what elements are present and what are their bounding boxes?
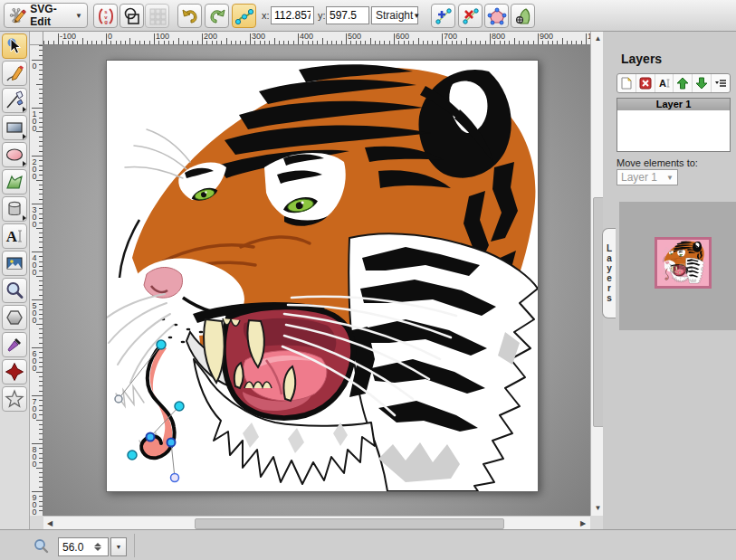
dropdown-arrow-icon: ▼ <box>116 544 122 550</box>
pencil-tool[interactable] <box>2 61 27 86</box>
eyedropper-icon <box>5 335 24 355</box>
grid-button[interactable] <box>145 4 169 28</box>
control-handle[interactable] <box>171 474 179 482</box>
layer-buttons-bar: A <box>617 73 731 93</box>
ruler-left: 0100200300400500600700800900 <box>30 45 43 516</box>
ruler-top: -10001002003004005006007008009001000 <box>43 32 590 45</box>
layers-panel: Layers A <box>603 32 736 529</box>
svg-text:A: A <box>659 78 666 89</box>
pencil-icon <box>5 63 24 83</box>
drawing-thumbnail <box>655 237 712 289</box>
path-node-selected[interactable] <box>128 451 137 460</box>
x-coordinate-input[interactable] <box>271 6 314 24</box>
grid-icon <box>148 6 167 26</box>
shape-library-tool[interactable] <box>2 196 27 222</box>
segment-type-select[interactable]: Straight ▼ <box>371 6 418 24</box>
select-tool[interactable] <box>2 33 27 59</box>
spinner-down-icon[interactable] <box>94 547 101 551</box>
star-icon <box>5 389 24 409</box>
zoom-magnifier-icon <box>33 538 49 554</box>
star-burst-tool[interactable] <box>2 359 27 384</box>
path-tool[interactable] <box>2 169 27 195</box>
delete-node-button[interactable] <box>458 4 483 28</box>
y-coordinate-input[interactable] <box>326 6 369 24</box>
zoom-preset-dropdown[interactable]: ▼ <box>110 537 127 556</box>
redo-button[interactable] <box>205 4 229 28</box>
ruler-corner <box>30 32 43 45</box>
move-layer-up-button[interactable] <box>674 74 693 92</box>
horizontal-scrollbar[interactable]: ◀ ▶ <box>43 516 590 529</box>
add-node-button[interactable] <box>431 4 455 28</box>
image-icon <box>5 253 24 273</box>
tiger-drawing[interactable] <box>107 64 538 491</box>
add-node-icon <box>434 6 454 26</box>
delete-layer-button[interactable] <box>636 74 655 92</box>
line-pen-icon <box>5 90 24 110</box>
zoom-tool[interactable] <box>2 278 27 303</box>
rename-layer-button[interactable]: A <box>655 74 674 92</box>
app-name: SVG-Edit <box>30 3 72 28</box>
layer-more-options-button[interactable] <box>712 74 730 92</box>
control-handle[interactable] <box>115 395 122 403</box>
thumbnail-drawing <box>657 240 709 286</box>
move-elements-dropdown[interactable]: Layer 1 ▼ <box>617 169 678 185</box>
delete-node-icon <box>461 6 481 26</box>
text-icon: A <box>5 226 24 246</box>
link-control-points-button[interactable] <box>511 4 535 28</box>
layer-down-icon <box>695 77 708 90</box>
segment-type-value: Straight <box>376 9 413 22</box>
scroll-right-button[interactable]: ▶ <box>577 517 589 529</box>
move-layer-down-button[interactable] <box>693 74 712 92</box>
open-path-button[interactable] <box>484 4 509 28</box>
menu-arrow-icon: ▼ <box>75 12 82 20</box>
zoom-spinner[interactable] <box>83 543 108 551</box>
path-node[interactable] <box>167 439 176 447</box>
x-coordinate-label: x: <box>262 10 270 21</box>
move-target-value: Layer 1 <box>621 171 657 184</box>
scroll-left-button[interactable]: ◀ <box>43 517 56 529</box>
line-tool[interactable] <box>2 88 27 113</box>
star-tool[interactable] <box>2 386 27 412</box>
polygon-tool[interactable] <box>2 305 27 330</box>
ellipse-icon <box>5 145 24 165</box>
path-node-selected[interactable] <box>157 340 166 349</box>
eyedropper-tool[interactable] <box>2 332 27 357</box>
dropdown-arrow-icon: ▼ <box>666 174 674 182</box>
text-tool[interactable]: A <box>2 223 27 249</box>
rect-tool[interactable] <box>2 115 27 140</box>
rectangle-icon <box>5 118 24 138</box>
path-node[interactable] <box>147 433 155 441</box>
move-elements-label: Move elements to: <box>617 157 698 168</box>
image-tool[interactable] <box>2 251 27 276</box>
select-arrow-icon: ▼ <box>413 12 420 20</box>
new-layer-button[interactable] <box>617 74 636 92</box>
open-path-icon <box>487 6 507 26</box>
spinner-up-icon[interactable] <box>94 543 101 546</box>
main-menu-button[interactable]: SVG-Edit ▼ <box>4 3 88 28</box>
layers-side-tab[interactable]: Layers <box>602 228 616 318</box>
zoom-level-input[interactable]: 56.0 <box>58 537 109 556</box>
undo-icon <box>180 6 200 26</box>
path-edit-mode-button[interactable] <box>232 4 256 28</box>
statusbar-separator <box>134 534 135 557</box>
workspace[interactable] <box>43 45 590 516</box>
shapes-outline-icon <box>122 6 142 26</box>
path-node-selected[interactable] <box>175 402 184 411</box>
drawing[interactable] <box>107 61 538 491</box>
layer-menu-icon <box>714 77 727 90</box>
preview-panel <box>619 202 736 330</box>
tools-palette: A <box>0 32 30 560</box>
source-code-icon: s v g <box>96 6 116 26</box>
undo-button[interactable] <box>177 4 202 28</box>
layer-row[interactable]: Layer 1 <box>617 99 730 110</box>
edit-source-button[interactable]: s v g <box>93 4 118 28</box>
layers-panel-title: Layers <box>621 52 662 66</box>
select-cursor-icon <box>5 36 24 56</box>
horizontal-scroll-thumb[interactable] <box>195 518 504 529</box>
ellipse-tool[interactable] <box>2 142 27 167</box>
burst-icon <box>5 362 24 382</box>
svg-canvas[interactable] <box>106 60 539 492</box>
status-bar: 56.0 ▼ <box>0 529 736 560</box>
wireframe-button[interactable] <box>119 4 144 28</box>
rename-layer-icon: A <box>658 77 671 90</box>
